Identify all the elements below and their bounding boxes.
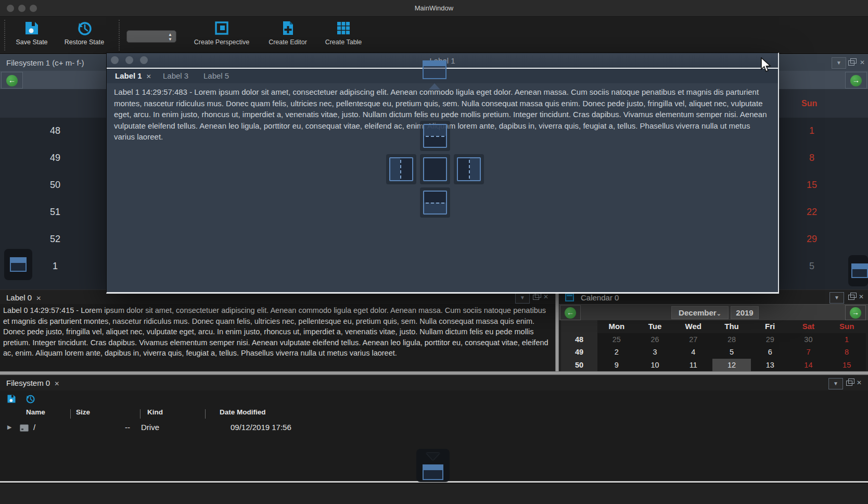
calendar-cell[interactable]: 11 — [674, 359, 712, 372]
tab-filesystem0[interactable]: Filesystem 0✕ — [2, 377, 63, 390]
save-icon[interactable] — [6, 394, 17, 404]
drop-indicator-tab-icon — [423, 60, 446, 79]
column-separator[interactable] — [70, 409, 71, 419]
disclosure-triangle-icon[interactable]: ▶ — [7, 424, 11, 431]
perspective-combo-box[interactable]: ▲ ▼ — [126, 30, 176, 43]
calendar-cell[interactable]: 25 — [597, 333, 636, 346]
prev-month-button[interactable]: ← — [1, 72, 23, 89]
table-row[interactable]: ▶ / -- Drive 09/12/2019 17:56 — [0, 422, 868, 435]
week-header-cell — [561, 320, 597, 333]
day-header: Sat — [789, 320, 828, 333]
arrow-right-icon: → — [850, 75, 862, 86]
close-tab-icon[interactable]: ✕ — [146, 73, 151, 80]
calendar-cell[interactable]: 13 — [751, 359, 789, 372]
tab-label1[interactable]: Label 1✕ — [111, 70, 156, 83]
month-dropdown[interactable]: December⌄ — [671, 306, 729, 319]
calendar-cell[interactable]: 28 — [712, 333, 751, 346]
calendar-day[interactable]: 15 — [800, 180, 823, 191]
column-header-date[interactable]: Date Modified — [220, 408, 266, 416]
next-month-button[interactable]: → — [845, 72, 867, 89]
drop-indicator-right-edge — [848, 255, 868, 286]
horizontal-splitter[interactable] — [0, 371, 868, 375]
week-number: 49 — [561, 346, 597, 359]
arrow-right-icon: → — [850, 307, 861, 319]
week-number: 50 — [561, 359, 597, 372]
calendar-cell[interactable]: 5 — [712, 346, 751, 359]
day-header: Fri — [751, 320, 789, 333]
calendar-cell[interactable]: 4 — [674, 346, 712, 359]
calendar-day[interactable]: 22 — [800, 207, 823, 218]
column-separator[interactable] — [140, 409, 141, 419]
filesystem0-menu-button[interactable]: ▼ — [828, 378, 843, 389]
calendar-cell[interactable]: 1 — [827, 333, 866, 346]
filesystem1-title: Filesystem 1 (c+ m- f-) — [6, 58, 84, 67]
calendar-day[interactable]: 8 — [800, 153, 823, 163]
calendar-cell[interactable]: 9 — [597, 359, 636, 372]
main-window: MainWindow Save State Restore State ▲ ▼ — [0, 0, 868, 504]
calendar-cell[interactable]: 27 — [674, 333, 712, 346]
week-number: 49 — [44, 153, 67, 163]
calendar-cell[interactable]: 14 — [789, 359, 828, 372]
calendar-cell[interactable]: 29 — [751, 333, 789, 346]
calendar-cell[interactable]: 10 — [636, 359, 674, 372]
filesystem0-tabbar: Filesystem 0✕ ▼ ✕ — [0, 375, 868, 390]
drop-indicator-bottom-edge — [416, 449, 450, 482]
restore-state-label: Restore State — [53, 39, 116, 46]
calendar0-menu-button[interactable]: ▼ — [829, 292, 844, 304]
column-header-kind[interactable]: Kind — [147, 408, 163, 416]
column-header-name[interactable]: Name — [26, 408, 45, 416]
day-header: Sun — [827, 320, 866, 333]
row-name: / — [33, 423, 35, 432]
calendar-cell[interactable]: 7 — [789, 346, 828, 359]
filesystem1-menu-button[interactable]: ▼ — [832, 57, 846, 69]
tab-label3[interactable]: Label 3 — [159, 70, 193, 83]
week-number: 50 — [44, 180, 67, 191]
save-icon — [23, 20, 40, 36]
tab-label0[interactable]: Label 0✕ — [2, 292, 45, 305]
create-perspective-button[interactable]: Create Perspective — [190, 20, 253, 46]
calendar-cell[interactable]: 8 — [827, 346, 866, 359]
calendar-cell[interactable]: 15 — [827, 359, 866, 372]
filesystem0-float-icon[interactable] — [846, 381, 852, 386]
filesystem0-close-icon[interactable]: ✕ — [857, 379, 862, 386]
label0-close-icon[interactable]: ✕ — [543, 293, 548, 300]
label0-float-icon[interactable] — [533, 295, 539, 300]
create-table-button[interactable]: Create Table — [312, 20, 375, 46]
create-editor-label: Create Editor — [257, 39, 319, 46]
create-editor-button[interactable]: Create Editor — [257, 20, 319, 46]
calendar-cell[interactable]: 26 — [636, 333, 674, 346]
calendar0-panel: Calendar 0 ▼ ✕ ← December⌄ 2019 → Mon Tu… — [559, 289, 868, 371]
calendar0-prev-month-button[interactable]: ← — [560, 305, 581, 320]
year-button[interactable]: 2019 — [731, 306, 759, 319]
main-toolbar: Save State Restore State ▲ ▼ Create Pers… — [0, 17, 868, 54]
restore-icon[interactable] — [25, 394, 35, 404]
calendar0-close-icon[interactable]: ✕ — [859, 293, 864, 300]
calendar-cell[interactable]: 6 — [751, 346, 789, 359]
calendar-cell[interactable]: 3 — [636, 346, 674, 359]
create-editor-icon — [279, 20, 296, 36]
day-header: Wed — [674, 320, 712, 333]
label0-menu-button[interactable]: ▼ — [515, 292, 530, 304]
filesystem1-float-icon[interactable] — [848, 60, 854, 66]
calendar-day[interactable]: 5 — [800, 261, 823, 272]
column-separator[interactable] — [205, 409, 206, 419]
vertical-splitter[interactable] — [555, 289, 559, 371]
calendar-cell-selected[interactable]: 12 — [712, 359, 751, 372]
close-tab-icon[interactable]: ✕ — [36, 295, 41, 302]
calendar0-next-month-button[interactable]: → — [845, 305, 866, 320]
calendar-cell[interactable]: 30 — [789, 333, 828, 346]
filesystem1-close-icon[interactable]: ✕ — [860, 59, 865, 66]
tab-label5[interactable]: Label 5 — [199, 70, 233, 83]
calendar0-float-icon[interactable] — [848, 295, 854, 300]
calendar-day[interactable]: 29 — [800, 234, 823, 245]
row-kind: Drive — [141, 423, 159, 432]
filesystem0-toolbar — [0, 390, 868, 407]
week-number: 51 — [44, 207, 67, 218]
drop-indicator-right-icon — [457, 157, 481, 181]
column-header-size[interactable]: Size — [76, 408, 90, 416]
drive-icon — [20, 424, 29, 432]
restore-state-button[interactable]: Restore State — [53, 20, 116, 46]
calendar-cell[interactable]: 2 — [597, 346, 636, 359]
calendar-day[interactable]: 1 — [800, 125, 823, 136]
close-tab-icon[interactable]: ✕ — [54, 380, 59, 387]
